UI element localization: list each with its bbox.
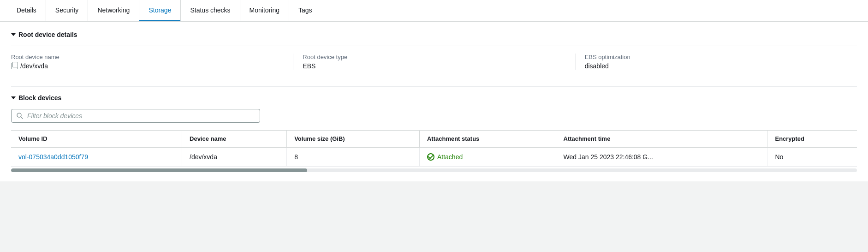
check-circle-icon <box>427 153 434 161</box>
root-device-name-label: Root device name <box>11 54 284 60</box>
filter-block-devices-input[interactable] <box>27 112 255 120</box>
root-device-chevron-icon[interactable] <box>11 33 16 36</box>
root-device-type-label: Root device type <box>303 54 565 60</box>
attachment-status-badge: Attached <box>427 153 548 161</box>
block-devices-table: Volume ID Device name Volume size (GiB) … <box>11 130 857 167</box>
root-device-type-item: Root device type EBS <box>293 54 575 70</box>
tab-monitoring[interactable]: Monitoring <box>240 0 289 21</box>
main-content: Root device details Root device name /de… <box>0 22 868 181</box>
ebs-optimization-value: disabled <box>585 62 848 70</box>
ebs-optimization-label: EBS optimization <box>585 54 848 60</box>
tab-bar: Details Security Networking Storage Stat… <box>0 0 868 22</box>
block-devices-section-title: Block devices <box>18 94 61 102</box>
tab-details[interactable]: Details <box>7 0 46 21</box>
col-header-volume-size: Volume size (GiB) <box>287 131 420 148</box>
root-device-section-header[interactable]: Root device details <box>11 31 857 38</box>
search-icon <box>16 112 24 120</box>
cell-volume-id: vol-075034a0dd1050f79 <box>11 147 182 167</box>
volume-id-link[interactable]: vol-075034a0dd1050f79 <box>18 153 88 161</box>
tab-tags[interactable]: Tags <box>289 0 321 21</box>
cell-encrypted: No <box>767 147 857 167</box>
filter-container <box>11 109 857 123</box>
table-row: vol-075034a0dd1050f79 /dev/xvda 8 Attach… <box>11 147 857 167</box>
root-device-section-title: Root device details <box>18 31 77 38</box>
cell-volume-size: 8 <box>287 147 420 167</box>
tab-storage[interactable]: Storage <box>139 0 180 21</box>
root-device-type-value: EBS <box>303 62 565 70</box>
filter-input-wrapper <box>11 109 260 123</box>
horizontal-scrollbar[interactable] <box>11 168 857 172</box>
copy-icon[interactable] <box>11 63 18 69</box>
block-devices-section: Block devices Volume ID Device name Volu… <box>11 86 857 172</box>
cell-device-name: /dev/xvda <box>182 147 287 167</box>
tab-status-checks[interactable]: Status checks <box>180 0 239 21</box>
col-header-attachment-status: Attachment status <box>419 131 556 148</box>
col-header-volume-id: Volume ID <box>11 131 182 148</box>
root-device-name-item: Root device name /dev/xvda <box>11 54 293 70</box>
svg-line-1 <box>21 117 23 119</box>
col-header-encrypted: Encrypted <box>767 131 857 148</box>
block-devices-chevron-icon[interactable] <box>11 96 16 99</box>
block-devices-table-container: Volume ID Device name Volume size (GiB) … <box>11 130 857 172</box>
ebs-optimization-item: EBS optimization disabled <box>575 54 857 70</box>
col-header-device-name: Device name <box>182 131 287 148</box>
scroll-thumb[interactable] <box>11 168 307 172</box>
tab-networking[interactable]: Networking <box>88 0 139 21</box>
cell-attachment-time: Wed Jan 25 2023 22:46:08 G... <box>556 147 767 167</box>
cell-attachment-status: Attached <box>419 147 556 167</box>
table-header-row: Volume ID Device name Volume size (GiB) … <box>11 131 857 148</box>
block-devices-section-header[interactable]: Block devices <box>11 94 857 102</box>
root-device-grid: Root device name /dev/xvda Root device t… <box>11 46 857 77</box>
col-header-attachment-time: Attachment time <box>556 131 767 148</box>
tab-security[interactable]: Security <box>46 0 88 21</box>
root-device-name-value: /dev/xvda <box>11 62 284 70</box>
